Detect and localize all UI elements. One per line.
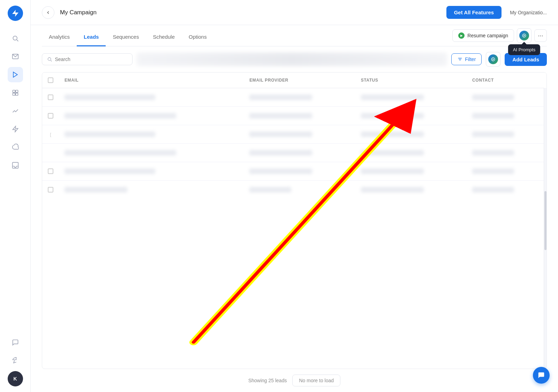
table-row (42, 107, 546, 125)
tab-options[interactable]: Options (182, 28, 214, 46)
col-contact: CONTACT (467, 73, 546, 88)
svg-point-11 (523, 35, 525, 36)
filter-icon (457, 56, 463, 62)
table-row (42, 144, 546, 162)
user-avatar[interactable]: K (8, 371, 23, 386)
top-header: My Campaign Get All Features My Organiza… (31, 0, 558, 25)
svg-rect-6 (13, 93, 15, 96)
sidebar-item-search[interactable] (8, 31, 23, 46)
svg-point-0 (13, 36, 17, 40)
contact-cell (472, 150, 514, 156)
search-icon (47, 56, 52, 62)
ai-circle-icon-2 (488, 54, 498, 64)
svg-rect-4 (13, 90, 15, 93)
leads-table-container[interactable]: EMAIL EMAIL PROVIDER STATUS CONTACT (42, 72, 547, 369)
status-cell (361, 131, 424, 137)
svg-point-18 (493, 59, 494, 60)
search-input[interactable] (55, 56, 127, 62)
email-cell (65, 168, 155, 174)
col-email: EMAIL (59, 73, 244, 88)
svg-marker-3 (13, 72, 17, 77)
showing-leads-text: Showing 25 leads (248, 378, 287, 383)
back-button[interactable] (42, 6, 54, 19)
chat-button[interactable] (533, 367, 550, 384)
email-provider-cell (249, 187, 291, 193)
search-box (42, 53, 133, 65)
filter-button[interactable]: Filter (451, 53, 482, 65)
contact-cell (472, 168, 514, 174)
contact-cell (472, 95, 514, 100)
campaign-title: My Campaign (60, 9, 441, 16)
ai-second-button[interactable] (486, 52, 500, 67)
row-checkbox[interactable] (48, 187, 53, 193)
row-checkbox[interactable] (48, 95, 53, 100)
scrollbar[interactable] (544, 73, 546, 369)
email-cell (65, 150, 176, 156)
resume-campaign-button[interactable]: ▶ Resume campaign (452, 29, 514, 42)
get-all-features-button[interactable]: Get All Features (446, 6, 502, 19)
ai-prompts-button[interactable] (517, 28, 531, 43)
ai-circle-icon (519, 31, 529, 40)
sidebar-item-cloud[interactable] (8, 140, 23, 155)
sidebar: K (0, 0, 31, 392)
tab-schedule[interactable]: Schedule (146, 28, 182, 46)
col-checkbox (42, 73, 59, 88)
tab-sequences[interactable]: Sequences (106, 28, 146, 46)
email-cell (65, 113, 176, 119)
email-provider-cell (249, 150, 312, 156)
table-row (42, 162, 546, 181)
sidebar-item-rocket[interactable] (8, 353, 23, 368)
sidebar-item-chat-bubble[interactable] (8, 335, 23, 350)
scrollbar-thumb[interactable] (544, 191, 546, 250)
email-cell (65, 187, 127, 193)
email-cell (65, 95, 155, 100)
bottom-bar: Showing 25 leads No more to load (42, 369, 547, 392)
email-provider-cell (249, 131, 312, 137)
more-options-button[interactable]: ··· (534, 29, 547, 42)
table-row (42, 181, 546, 199)
app-logo[interactable] (8, 6, 23, 21)
status-cell (361, 95, 424, 100)
play-icon: ▶ (458, 32, 465, 39)
sidebar-item-pages[interactable] (8, 85, 23, 100)
status-cell (361, 113, 424, 119)
email-cell (65, 131, 155, 137)
svg-point-12 (48, 58, 51, 60)
svg-marker-8 (13, 126, 18, 132)
filter-label: Filter (465, 56, 476, 62)
sidebar-item-inbox[interactable] (8, 158, 23, 173)
select-all-checkbox[interactable] (48, 77, 53, 83)
svg-line-13 (51, 60, 52, 61)
col-email-provider: EMAIL PROVIDER (244, 73, 355, 88)
email-provider-cell (249, 95, 312, 100)
toolbar: Filter Add Leads (42, 46, 547, 72)
contact-cell (472, 113, 514, 119)
sidebar-item-analytics[interactable] (8, 103, 23, 119)
org-name: My Organizatio... (510, 10, 547, 15)
row-checkbox[interactable] (48, 113, 53, 119)
sidebar-item-campaigns[interactable] (8, 67, 23, 82)
svg-line-1 (17, 40, 18, 41)
contact-cell (472, 187, 514, 193)
col-status: STATUS (355, 73, 467, 88)
more-dots-icon: ··· (538, 32, 543, 39)
resume-campaign-label: Resume campaign (467, 33, 508, 38)
sidebar-item-mail[interactable] (8, 49, 23, 64)
row-checkbox[interactable] (48, 168, 53, 174)
email-provider-cell (249, 113, 312, 119)
no-more-to-load-button: No more to load (292, 375, 340, 386)
status-cell (361, 168, 424, 174)
tab-analytics[interactable]: Analytics (42, 28, 77, 46)
tabs-bar: Analytics Leads Sequences Schedule Optio… (42, 25, 547, 46)
filter-blurred-area (137, 53, 447, 66)
table-row (42, 88, 546, 107)
svg-rect-7 (15, 93, 18, 96)
ai-tooltip-label: AI Prompts (513, 47, 535, 52)
email-provider-cell (249, 168, 312, 174)
svg-rect-5 (15, 90, 18, 93)
avatar-label: K (13, 376, 17, 382)
main-content: My Campaign Get All Features My Organiza… (31, 0, 558, 392)
contact-cell (472, 131, 514, 137)
sidebar-item-zap[interactable] (8, 121, 23, 137)
tab-leads[interactable]: Leads (77, 28, 106, 46)
